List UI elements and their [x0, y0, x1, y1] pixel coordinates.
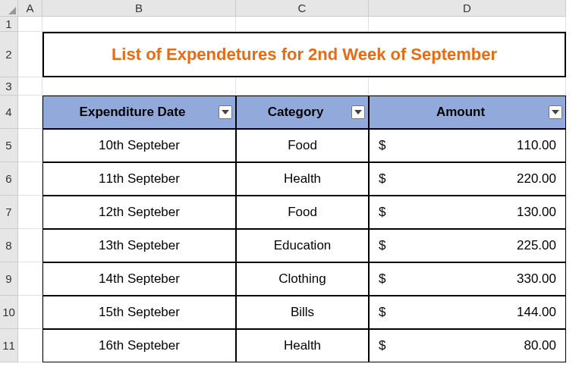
page-title: List of Expendetures for 2nd Week of Sep… [112, 45, 497, 64]
cell-c1[interactable] [236, 17, 369, 32]
cell-category[interactable]: Health [236, 329, 369, 362]
cell-amount[interactable]: $110.00 [369, 129, 566, 162]
cell-date[interactable]: 16th Septeber [42, 329, 236, 362]
cell-b3[interactable] [42, 77, 236, 96]
cell-b1[interactable] [42, 17, 236, 32]
row-header-5[interactable]: 5 [0, 129, 18, 162]
currency-symbol: $ [377, 338, 385, 353]
spreadsheet-grid: A B C D 1 2 3 4 5 6 7 8 9 10 11 List of … [0, 0, 582, 362]
header-category-label: Category [268, 105, 324, 120]
cell-date[interactable]: 11th Septeber [42, 162, 236, 196]
cell-category[interactable]: Bills [236, 296, 369, 329]
currency-symbol: $ [377, 138, 385, 153]
cell-amount[interactable]: $130.00 [369, 196, 566, 229]
currency-symbol: $ [377, 205, 385, 220]
cell-date[interactable]: 10th Septeber [42, 129, 236, 162]
svg-marker-2 [552, 110, 559, 114]
currency-symbol: $ [377, 171, 385, 187]
cell-d1[interactable] [369, 17, 566, 32]
svg-marker-0 [222, 110, 229, 114]
col-header-c[interactable]: C [236, 0, 369, 17]
header-date[interactable]: Expenditure Date [42, 96, 236, 129]
col-header-a[interactable]: A [18, 0, 42, 17]
cell-amount[interactable]: $80.00 [369, 329, 566, 362]
cell-category[interactable]: Education [236, 229, 369, 262]
title-cell[interactable]: List of Expendetures for 2nd Week of Sep… [42, 32, 566, 77]
header-amount[interactable]: Amount [369, 96, 566, 129]
currency-symbol: $ [377, 271, 385, 287]
row-header-1[interactable]: 1 [0, 17, 18, 32]
chevron-down-icon [222, 110, 229, 114]
currency-symbol: $ [377, 238, 385, 253]
cell-c3[interactable] [236, 77, 369, 96]
cell-date[interactable]: 12th Septeber [42, 196, 236, 229]
cell-date[interactable]: 15th Septeber [42, 296, 236, 329]
svg-marker-1 [354, 110, 362, 114]
row-header-3[interactable]: 3 [0, 77, 18, 96]
cell-category[interactable]: Food [236, 129, 369, 162]
cell-category[interactable]: Health [236, 162, 369, 196]
cell-amount[interactable]: $220.00 [369, 162, 566, 196]
row-header-2[interactable]: 2 [0, 32, 18, 77]
currency-symbol: $ [377, 305, 385, 320]
row-header-11[interactable]: 11 [0, 329, 18, 362]
row-header-4[interactable]: 4 [0, 96, 18, 129]
row-header-7[interactable]: 7 [0, 196, 18, 229]
cell-date[interactable]: 14th Septeber [42, 262, 236, 296]
filter-button-category[interactable] [351, 105, 365, 119]
row-header-10[interactable]: 10 [0, 296, 18, 329]
header-category[interactable]: Category [236, 96, 369, 129]
cell-d3[interactable] [369, 77, 566, 96]
select-all-corner[interactable] [0, 0, 18, 17]
header-date-label: Expenditure Date [80, 105, 186, 120]
cell-amount[interactable]: $144.00 [369, 296, 566, 329]
row-header-9[interactable]: 9 [0, 262, 18, 296]
filter-button-amount[interactable] [549, 105, 562, 119]
cell-category[interactable]: Clothing [236, 262, 369, 296]
cell-amount[interactable]: $330.00 [369, 262, 566, 296]
row-header-8[interactable]: 8 [0, 229, 18, 262]
cell-date[interactable]: 13th Septeber [42, 229, 236, 262]
cell-amount[interactable]: $225.00 [369, 229, 566, 262]
col-header-d[interactable]: D [369, 0, 566, 17]
chevron-down-icon [354, 110, 362, 114]
col-header-b[interactable]: B [42, 0, 236, 17]
row-header-6[interactable]: 6 [0, 162, 18, 196]
cell-category[interactable]: Food [236, 196, 369, 229]
chevron-down-icon [552, 110, 559, 114]
header-amount-label: Amount [436, 105, 485, 120]
filter-button-date[interactable] [219, 105, 232, 119]
